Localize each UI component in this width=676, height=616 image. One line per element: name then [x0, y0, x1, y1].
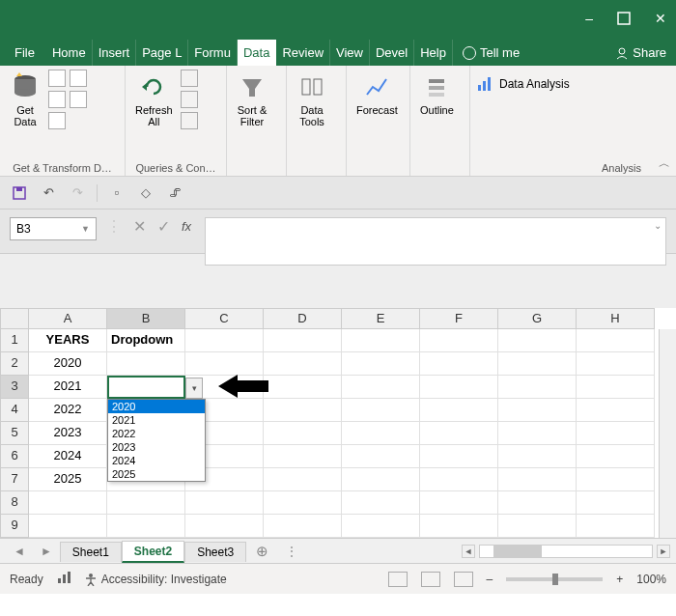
cell-h5[interactable]: [577, 422, 655, 445]
cell-a7[interactable]: 2025: [29, 468, 107, 491]
col-header-b[interactable]: B: [107, 308, 185, 329]
cell-h9[interactable]: [577, 515, 655, 538]
row-header-4[interactable]: 4: [0, 399, 29, 422]
sheet-nav-prev[interactable]: ◄: [6, 545, 33, 558]
col-header-c[interactable]: C: [185, 308, 264, 329]
select-all-corner[interactable]: [0, 308, 29, 329]
row-header-1[interactable]: 1: [0, 329, 29, 352]
close-button[interactable]: ✕: [655, 11, 666, 26]
dropdown-option[interactable]: 2021: [108, 413, 205, 427]
sort-filter-button[interactable]: Sort & Filter: [233, 70, 271, 129]
col-header-a[interactable]: A: [29, 308, 107, 329]
expand-formula-bar-button[interactable]: ⌄: [654, 220, 662, 231]
cell-f6[interactable]: [420, 445, 498, 468]
cell-g1[interactable]: [498, 329, 577, 352]
outline-button[interactable]: Outline: [416, 70, 458, 118]
from-table-button[interactable]: [48, 91, 66, 108]
col-header-f[interactable]: F: [420, 308, 498, 329]
cell-h8[interactable]: [577, 491, 655, 515]
row-header-5[interactable]: 5: [0, 422, 29, 445]
queries-button[interactable]: [181, 70, 198, 87]
normal-view-button[interactable]: [388, 572, 408, 587]
dropdown-option[interactable]: 2025: [108, 467, 205, 481]
cell-h4[interactable]: [577, 399, 655, 422]
col-header-h[interactable]: H: [577, 308, 655, 329]
cell-d6[interactable]: [264, 445, 342, 468]
cell-e6[interactable]: [342, 445, 420, 468]
qat-button-2[interactable]: ◇: [136, 183, 155, 203]
qat-button-1[interactable]: ▫: [107, 183, 127, 203]
undo-button[interactable]: ↶: [39, 183, 58, 203]
save-button[interactable]: [10, 183, 29, 203]
hscroll-right-button[interactable]: ►: [657, 545, 670, 558]
zoom-slider[interactable]: [506, 577, 603, 581]
cell-a8[interactable]: [29, 491, 107, 515]
recent-sources-button[interactable]: [70, 91, 87, 108]
cell-a1[interactable]: YEARS: [29, 329, 107, 352]
menu-home[interactable]: Home: [46, 40, 93, 66]
page-layout-view-button[interactable]: [421, 572, 440, 587]
cell-g8[interactable]: [498, 491, 577, 515]
add-sheet-button[interactable]: ⊕: [246, 543, 278, 560]
menu-view[interactable]: View: [330, 40, 370, 66]
cell-d4[interactable]: [264, 399, 342, 422]
sheet-nav-next[interactable]: ►: [33, 545, 60, 558]
dropdown-option[interactable]: 2024: [108, 454, 205, 467]
collapse-ribbon-button[interactable]: ︿: [659, 155, 670, 172]
maximize-button[interactable]: [617, 12, 631, 25]
tell-me[interactable]: Tell me: [453, 40, 529, 66]
share-button[interactable]: Share: [606, 40, 676, 66]
accept-formula-button[interactable]: ✓: [157, 217, 170, 236]
cell-d7[interactable]: [264, 468, 342, 491]
cell-g6[interactable]: [498, 445, 577, 468]
vertical-scrollbar[interactable]: [659, 329, 676, 538]
cell-f3[interactable]: [420, 376, 498, 399]
cell-a2[interactable]: 2020: [29, 352, 107, 376]
zoom-in-button[interactable]: +: [616, 573, 623, 586]
from-text-button[interactable]: [48, 70, 66, 87]
sheet-tab[interactable]: Sheet3: [184, 542, 246, 562]
col-header-g[interactable]: G: [498, 308, 577, 329]
data-tools-button[interactable]: Data Tools: [293, 70, 331, 129]
forecast-button[interactable]: Forecast: [352, 70, 402, 118]
cell-a6[interactable]: 2024: [29, 445, 107, 468]
cell-b9[interactable]: [107, 515, 185, 538]
cell-h7[interactable]: [577, 468, 655, 491]
cell-h2[interactable]: [577, 352, 655, 376]
cell-d8[interactable]: [264, 491, 342, 515]
name-box-dropdown-icon[interactable]: ▼: [81, 224, 90, 234]
cell-d3[interactable]: [264, 376, 342, 399]
dropdown-option[interactable]: 2020: [108, 400, 205, 413]
accessibility-status[interactable]: Accessibility: Investigate: [84, 573, 227, 586]
cell-c1[interactable]: [185, 329, 264, 352]
cell-e2[interactable]: [342, 352, 420, 376]
menu-review[interactable]: Review: [276, 40, 330, 66]
row-header-7[interactable]: 7: [0, 468, 29, 491]
cell-f4[interactable]: [420, 399, 498, 422]
menu-formulas[interactable]: Formu: [188, 40, 238, 66]
cell-e4[interactable]: [342, 399, 420, 422]
cell-g5[interactable]: [498, 422, 577, 445]
cell-d9[interactable]: [264, 515, 342, 538]
cell-f1[interactable]: [420, 329, 498, 352]
get-data-button[interactable]: Get Data: [6, 70, 44, 129]
cell-h6[interactable]: [577, 445, 655, 468]
cell-d1[interactable]: [264, 329, 342, 352]
cell-g2[interactable]: [498, 352, 577, 376]
cell-e5[interactable]: [342, 422, 420, 445]
refresh-all-button[interactable]: Refresh All: [131, 70, 177, 129]
cell-c8[interactable]: [185, 491, 264, 515]
cell-g3[interactable]: [498, 376, 577, 399]
qat-button-3[interactable]: 🖇: [165, 183, 184, 203]
zoom-out-button[interactable]: –: [487, 573, 493, 586]
row-header-2[interactable]: 2: [0, 352, 29, 376]
horizontal-scrollbar[interactable]: [479, 545, 653, 558]
sheet-tab[interactable]: Sheet1: [60, 542, 122, 562]
cell-a3[interactable]: 2021: [29, 376, 107, 399]
name-box[interactable]: B3 ▼: [10, 217, 97, 240]
cell-b2[interactable]: [107, 352, 185, 376]
menu-developer[interactable]: Devel: [370, 40, 414, 66]
cell-c9[interactable]: [185, 515, 264, 538]
cell-e8[interactable]: [342, 491, 420, 515]
menu-page-layout[interactable]: Page L: [136, 40, 188, 66]
